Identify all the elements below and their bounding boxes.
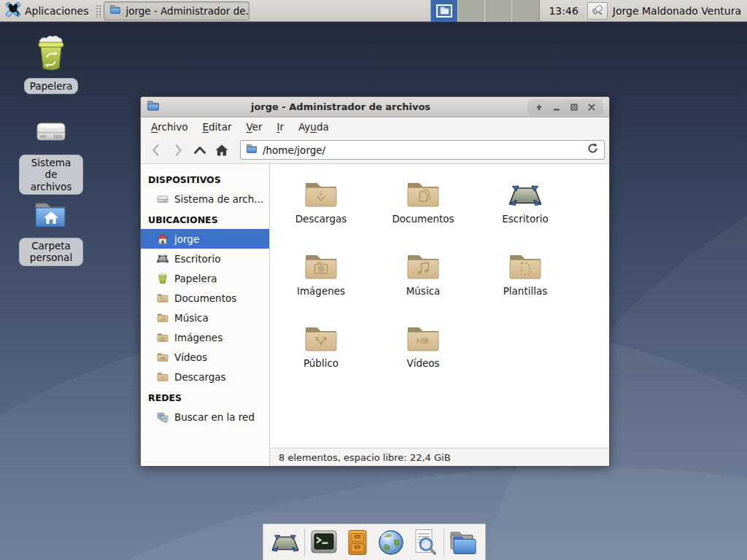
web-browser-launcher[interactable] — [376, 528, 406, 557]
xfce-logo-icon — [6, 2, 20, 19]
file-plantillas[interactable]: Plantillas — [479, 252, 571, 324]
folder-download-icon — [157, 371, 169, 383]
workspace-pager — [430, 0, 540, 22]
file-cabinet-launcher[interactable] — [343, 528, 372, 557]
web-browser-icon — [376, 528, 406, 557]
menu-ayuda[interactable]: Ayuda — [291, 119, 336, 135]
file-imagenes[interactable]: Imágenes — [275, 252, 367, 324]
folder-icon — [246, 143, 258, 158]
trash-icon — [157, 273, 169, 284]
sidebar-item-musica[interactable]: Música — [141, 308, 269, 327]
main-column: Descargas Documentos — [270, 164, 609, 466]
workspace-1-active[interactable] — [431, 0, 458, 22]
network-icon — [157, 411, 169, 423]
harddrive-icon — [32, 116, 70, 152]
file-manager-window-icon — [109, 4, 121, 18]
menu-editar[interactable]: Editar — [195, 119, 239, 135]
folder-videos-icon — [406, 324, 441, 354]
show-desktop-icon — [271, 530, 300, 555]
harddrive-icon — [157, 193, 169, 205]
terminal-launcher[interactable] — [309, 528, 338, 557]
folder-documents-icon — [406, 180, 441, 209]
sidebar-item-videos[interactable]: Vídeos — [141, 347, 269, 367]
file-manager-launcher[interactable] — [449, 528, 478, 557]
applications-menu-button[interactable]: Aplicaciones — [0, 0, 94, 21]
folder-music-icon — [406, 252, 441, 281]
menubar: Archivo Editar Ver Ir Ayuda — [141, 117, 609, 136]
sidebar-header-network: REDES — [141, 386, 269, 407]
titlebar[interactable]: jorge - Administrador de archivos — [141, 97, 609, 117]
statusbar-text: 8 elementos, espacio libre: 22,4 GiB — [279, 452, 451, 463]
home-folder-icon — [32, 199, 70, 236]
folder-music-icon — [157, 312, 169, 324]
taskbar-window-button[interactable]: jorge - Administrador de... — [104, 1, 249, 20]
applications-menu-label: Aplicaciones — [25, 5, 88, 17]
folder-documents-icon — [157, 292, 169, 304]
sidebar-item-imagenes[interactable]: Imágenes — [141, 327, 269, 347]
window-icon — [147, 99, 160, 115]
sidebar-item-filesystem[interactable]: Sistema de arch... — [141, 189, 269, 209]
workspace-window-thumbnail — [436, 4, 452, 18]
user-name-label[interactable]: Jorge Maldonado Ventura — [613, 5, 741, 17]
file-manager-window: jorge - Administrador de archivos Archiv… — [140, 96, 610, 467]
menu-ir[interactable]: Ir — [270, 119, 292, 135]
trash-full-icon — [32, 34, 70, 76]
file-musica[interactable]: Música — [377, 252, 469, 324]
workspace-2[interactable] — [458, 0, 485, 22]
window-content: DISPOSITIVOS Sistema de arch... UBICACIO… — [141, 164, 609, 466]
maximize-button[interactable] — [568, 101, 580, 113]
shade-button[interactable] — [533, 101, 545, 113]
taskbar-window-label: jorge - Administrador de... — [125, 5, 249, 17]
sidebar-item-jorge[interactable]: jorge — [141, 229, 269, 249]
sidebar: DISPOSITIVOS Sistema de arch... UBICACIO… — [141, 164, 270, 466]
panel-clock[interactable]: 13:46 — [549, 5, 578, 17]
desktop-icon-filesystem[interactable]: Sistema de archivos — [16, 116, 86, 195]
file-grid: Descargas Documentos — [270, 164, 609, 448]
file-documentos[interactable]: Documentos — [377, 180, 469, 252]
sidebar-item-escritorio[interactable]: Escritorio — [141, 249, 269, 268]
reload-button[interactable] — [587, 142, 599, 158]
back-button[interactable] — [145, 139, 167, 161]
file-videos[interactable]: Vídeos — [377, 324, 469, 397]
sidebar-item-descargas[interactable]: Descargas — [141, 367, 269, 386]
window-title: jorge - Administrador de archivos — [160, 101, 522, 112]
home-button[interactable] — [211, 139, 233, 161]
folder-videos-icon — [157, 351, 169, 363]
file-publico[interactable]: Público — [275, 324, 367, 397]
workspace-4[interactable] — [512, 0, 539, 22]
workspace-3[interactable] — [485, 0, 512, 22]
location-bar[interactable]: /home/jorge/ — [240, 140, 605, 160]
launcher-dock — [263, 524, 486, 560]
folder-public-icon — [303, 324, 338, 354]
sidebar-header-devices: DISPOSITIVOS — [141, 168, 269, 189]
desktop-icon-label: Sistema de archivos — [19, 155, 83, 195]
menu-ver[interactable]: Ver — [239, 119, 269, 135]
dock-separator — [444, 529, 444, 556]
user-home-icon — [157, 233, 169, 245]
minimize-button[interactable] — [551, 101, 562, 113]
forward-button[interactable] — [167, 139, 189, 161]
folder-download-icon — [303, 180, 338, 209]
close-button[interactable] — [586, 101, 597, 113]
file-escritorio[interactable]: Escritorio — [479, 180, 571, 252]
sidebar-item-documentos[interactable]: Documentos — [141, 288, 269, 308]
sidebar-item-network[interactable]: Buscar en la red — [141, 407, 269, 427]
document-search-icon — [410, 528, 439, 557]
user-action-button[interactable] — [587, 2, 608, 20]
path-text[interactable]: /home/jorge/ — [263, 144, 581, 156]
statusbar: 8 elementos, espacio libre: 22,4 GiB — [270, 448, 609, 466]
file-cabinet-icon — [343, 528, 372, 557]
top-panel: Aplicaciones jorge - Administrador de...… — [0, 0, 747, 22]
file-descargas[interactable]: Descargas — [275, 180, 367, 252]
up-button[interactable] — [189, 139, 211, 161]
folder-images-icon — [157, 332, 169, 343]
desktop-icon-home[interactable]: Carpeta personal — [16, 199, 86, 266]
tasklist-grip — [96, 4, 101, 18]
show-desktop-button[interactable] — [271, 528, 300, 557]
desktop-icon-trash[interactable]: Papelera — [16, 34, 86, 94]
file-search-launcher[interactable] — [410, 528, 439, 557]
desktop-icon — [508, 180, 543, 209]
desktop-icon-label: Carpeta personal — [19, 238, 83, 266]
menu-archivo[interactable]: Archivo — [144, 119, 195, 135]
sidebar-item-papelera[interactable]: Papelera — [141, 268, 269, 288]
